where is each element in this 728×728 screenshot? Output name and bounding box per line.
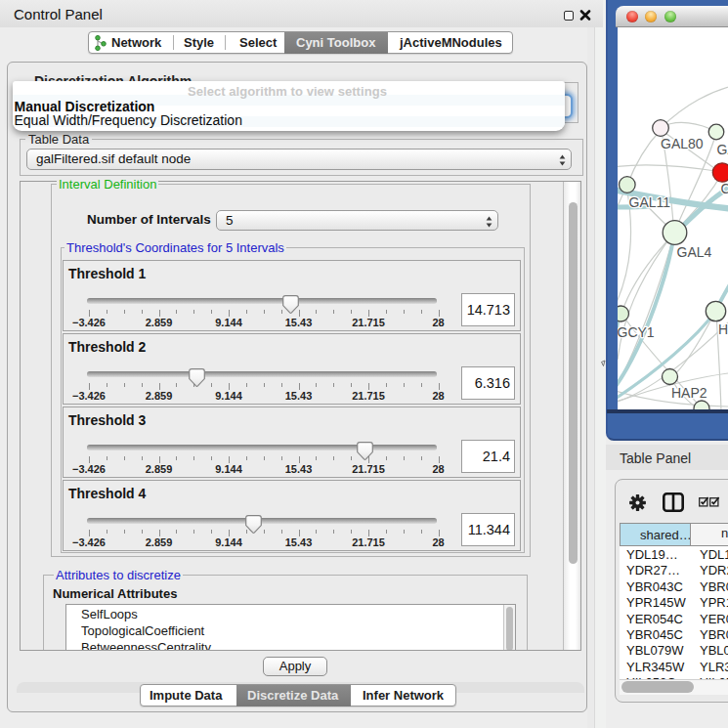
svg-text:GCY1: GCY1 [618, 324, 655, 340]
svg-text:GA: GA [717, 142, 728, 157]
svg-text:C: C [721, 181, 728, 196]
svg-text:H: H [718, 321, 728, 337]
svg-text:HAP2: HAP2 [671, 385, 707, 401]
svg-text:GAL4: GAL4 [677, 244, 712, 260]
svg-text:GAL11: GAL11 [629, 194, 671, 210]
svg-text:GAL80: GAL80 [661, 136, 704, 151]
